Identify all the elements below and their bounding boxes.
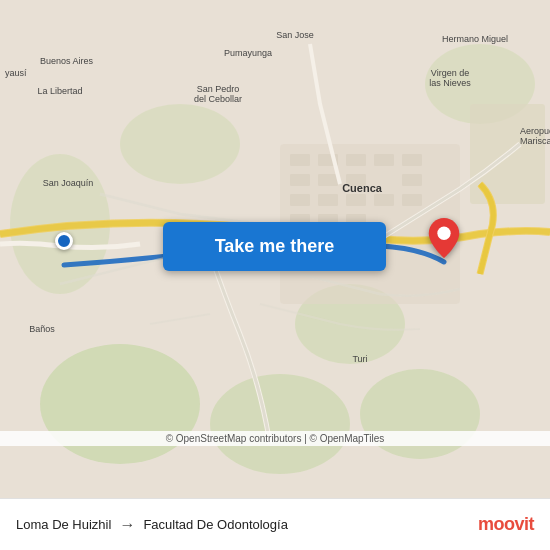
svg-text:Baños: Baños — [29, 324, 55, 334]
bottom-bar: Loma De Huizhil → Facultad De Odontologí… — [0, 498, 550, 550]
destination-label: Facultad De Odontología — [143, 517, 288, 532]
svg-text:San Jose: San Jose — [276, 30, 314, 40]
map-attribution: © OpenStreetMap contributors | © OpenMap… — [0, 431, 550, 446]
moovit-logo: moovit — [478, 514, 534, 535]
svg-text:Virgen de: Virgen de — [431, 68, 469, 78]
svg-text:Mariscal Lama: Mariscal Lama — [520, 136, 550, 146]
destination-marker — [428, 218, 460, 262]
svg-text:Aeropuerto: Aeropuerto — [520, 126, 550, 136]
svg-rect-19 — [374, 194, 394, 206]
svg-point-1 — [40, 344, 200, 464]
take-me-there-label: Take me there — [215, 236, 335, 257]
svg-rect-9 — [290, 154, 310, 166]
svg-text:Buenos Aires: Buenos Aires — [40, 56, 94, 66]
svg-point-5 — [120, 104, 240, 184]
route-info: Loma De Huizhil → Facultad De Odontologí… — [16, 516, 288, 534]
origin-label: Loma De Huizhil — [16, 517, 111, 532]
svg-text:las Nieves: las Nieves — [429, 78, 471, 88]
svg-rect-13 — [290, 174, 310, 186]
origin-marker — [55, 232, 73, 250]
svg-text:yausí: yausí — [5, 68, 27, 78]
svg-text:San Pedro: San Pedro — [197, 84, 240, 94]
svg-text:Hermano Miguel: Hermano Miguel — [442, 34, 508, 44]
moovit-brand-text: moovit — [478, 514, 534, 535]
svg-rect-18 — [346, 194, 366, 206]
svg-rect-12 — [374, 154, 394, 166]
svg-point-2 — [210, 374, 350, 474]
svg-rect-16 — [290, 194, 310, 206]
svg-rect-25 — [402, 194, 422, 206]
svg-point-43 — [437, 227, 450, 240]
svg-text:La Libertad: La Libertad — [37, 86, 82, 96]
svg-text:del Cebollar: del Cebollar — [194, 94, 242, 104]
map-container: San Jose Hermano Miguel Pumayunga Virgen… — [0, 0, 550, 498]
svg-text:Cuenca: Cuenca — [342, 182, 383, 194]
svg-text:Turi: Turi — [352, 354, 367, 364]
svg-rect-23 — [402, 154, 422, 166]
svg-text:San Joaquín: San Joaquín — [43, 178, 94, 188]
svg-rect-14 — [318, 174, 338, 186]
svg-rect-17 — [318, 194, 338, 206]
app: San Jose Hermano Miguel Pumayunga Virgen… — [0, 0, 550, 550]
take-me-there-button[interactable]: Take me there — [163, 222, 386, 271]
svg-rect-24 — [402, 174, 422, 186]
route-arrow-icon: → — [119, 516, 135, 534]
svg-rect-11 — [346, 154, 366, 166]
svg-text:Pumayunga: Pumayunga — [224, 48, 272, 58]
